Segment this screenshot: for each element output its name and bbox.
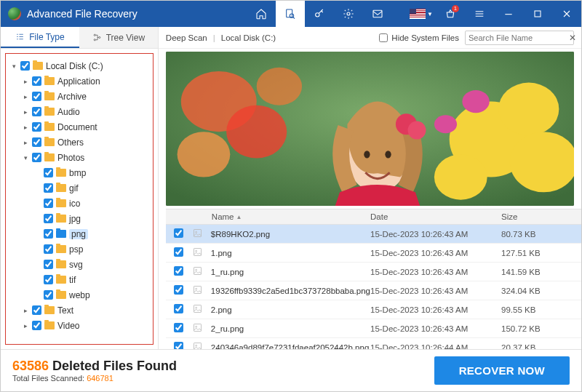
grid-body[interactable]: $R89HKO2.png15-Dec-2023 10:26:43 AM80.73… — [166, 225, 581, 349]
tree-label: Audio — [57, 107, 80, 117]
tree-checkbox[interactable] — [32, 107, 41, 116]
main-toolbar: Deep Scan | Local Disk (C:) Hide System … — [159, 27, 581, 49]
expander-icon[interactable]: ▸ — [22, 139, 29, 146]
file-size: 99.55 KB — [501, 305, 574, 314]
tree-node-audio[interactable]: ▸Audio — [10, 104, 153, 119]
file-name: 2_ru.png — [211, 324, 370, 333]
file-row[interactable]: 19326ffb9339c2a5ed1bc373728bbaba.png15-D… — [166, 281, 581, 300]
expander-icon[interactable]: ▾ — [10, 63, 17, 70]
tree-node-gif[interactable]: gif — [10, 180, 153, 196]
tree-checkbox[interactable] — [44, 275, 53, 284]
tree-checkbox[interactable] — [20, 61, 30, 71]
deleted-count: 63586 — [12, 359, 49, 373]
tree-checkbox[interactable] — [44, 183, 53, 193]
tab-tree-view[interactable]: Tree View — [79, 27, 158, 48]
tree-node-archive[interactable]: ▸Archive — [10, 89, 153, 104]
key-button[interactable] — [305, 1, 334, 27]
sidebar: File Type Tree View ▾Local Disk (C:)▸App… — [1, 27, 159, 349]
file-row[interactable]: 2.png15-Dec-2023 10:26:43 AM99.55 KB — [166, 300, 581, 319]
row-checkbox[interactable] — [174, 285, 183, 295]
home-button[interactable] — [247, 1, 276, 27]
file-row[interactable]: 240346a9d89f7e7231fdaeaf2052442b.png15-D… — [166, 338, 581, 349]
minimize-button[interactable] — [494, 1, 523, 27]
svg-point-12 — [226, 105, 287, 159]
tree-checkbox[interactable] — [44, 199, 53, 208]
tree-node-psp[interactable]: psp — [10, 241, 153, 257]
column-name[interactable]: Name▲ — [211, 209, 370, 224]
tree-node-photos[interactable]: ▾Photos — [10, 150, 153, 165]
tree-node-document[interactable]: ▸Document — [10, 119, 153, 135]
tree-label: jpg — [69, 214, 81, 224]
file-row[interactable]: 2_ru.png15-Dec-2023 10:26:43 AM150.72 KB — [166, 319, 581, 338]
tree-node-application[interactable]: ▸Application — [10, 73, 153, 89]
row-checkbox[interactable] — [174, 323, 183, 332]
tree-node-jpg[interactable]: jpg — [10, 211, 153, 226]
expander-icon[interactable]: ▸ — [22, 307, 29, 314]
hide-system-checkbox[interactable]: Hide System Files — [379, 33, 459, 42]
tree-node-webp[interactable]: webp — [10, 287, 153, 303]
settings-button[interactable] — [334, 1, 363, 27]
tree-checkbox[interactable] — [32, 122, 41, 132]
close-button[interactable] — [552, 1, 581, 27]
feedback-button[interactable] — [363, 1, 392, 27]
file-row[interactable]: $R89HKO2.png15-Dec-2023 10:26:43 AM80.73… — [166, 225, 581, 244]
tree-checkbox[interactable] — [32, 153, 41, 162]
language-button[interactable]: ▼ — [407, 1, 436, 27]
tree-checkbox[interactable] — [32, 305, 41, 315]
folder-icon — [56, 260, 66, 268]
tree-checkbox[interactable] — [32, 321, 41, 330]
tree-node-bmp[interactable]: bmp — [10, 165, 153, 180]
recover-button[interactable]: RECOVER NOW — [434, 356, 570, 385]
tree-checkbox[interactable] — [32, 76, 41, 86]
column-size[interactable]: Size — [501, 209, 574, 224]
tree-checkbox[interactable] — [32, 92, 41, 101]
row-checkbox[interactable] — [174, 228, 183, 238]
search-clear-button[interactable]: ✕ — [569, 33, 576, 43]
svg-point-6 — [94, 34, 95, 36]
tree-node-video[interactable]: ▸Video — [10, 318, 153, 333]
tree-checkbox[interactable] — [44, 260, 53, 269]
tab-file-type[interactable]: File Type — [1, 27, 79, 48]
expander-icon[interactable]: ▾ — [22, 154, 29, 161]
hide-system-input[interactable] — [379, 33, 388, 42]
tree-node-tif[interactable]: tif — [10, 272, 153, 287]
file-type-tree[interactable]: ▾Local Disk (C:)▸Application▸Archive▸Aud… — [5, 53, 154, 345]
expander-icon[interactable]: ▸ — [22, 108, 29, 116]
tree-node-others[interactable]: ▸Others — [10, 135, 153, 150]
file-date: 15-Dec-2023 10:26:43 AM — [370, 230, 501, 239]
tree-label: png — [69, 229, 88, 239]
maximize-button[interactable] — [523, 1, 552, 27]
column-date[interactable]: Date — [370, 209, 501, 224]
tree-checkbox[interactable] — [44, 244, 53, 254]
tree-checkbox[interactable] — [44, 168, 53, 177]
tree-node-ico[interactable]: ico — [10, 196, 153, 211]
file-size: 141.59 KB — [501, 268, 574, 276]
tree-node-text[interactable]: ▸Text — [10, 303, 153, 318]
notifications-button[interactable]: 1 — [436, 1, 465, 27]
row-checkbox[interactable] — [174, 266, 183, 276]
expander-icon[interactable]: ▸ — [22, 78, 29, 85]
gear-icon — [343, 8, 354, 20]
tree-node-png[interactable]: png — [10, 226, 153, 241]
list-icon — [15, 32, 25, 41]
file-row[interactable]: 1.png15-Dec-2023 10:26:43 AM127.51 KB — [166, 244, 581, 263]
row-checkbox[interactable] — [174, 304, 183, 313]
tree-node-local-disk-c-[interactable]: ▾Local Disk (C:) — [10, 58, 153, 73]
scan-results-button[interactable] — [276, 1, 305, 27]
expander-icon[interactable]: ▸ — [22, 124, 29, 131]
scan-mode-label: Deep Scan — [166, 33, 207, 42]
row-checkbox[interactable] — [174, 342, 183, 349]
tree-checkbox[interactable] — [44, 290, 53, 300]
file-row[interactable]: 1_ru.png15-Dec-2023 10:26:43 AM141.59 KB — [166, 263, 581, 281]
expander-icon[interactable]: ▸ — [22, 322, 29, 329]
expander-icon[interactable]: ▸ — [22, 93, 29, 100]
search-input[interactable] — [469, 33, 569, 42]
sidebar-tabs: File Type Tree View — [1, 27, 158, 49]
tree-checkbox[interactable] — [44, 214, 53, 223]
tree-checkbox[interactable] — [44, 229, 53, 239]
tree-node-svg[interactable]: svg — [10, 257, 153, 272]
tree-checkbox[interactable] — [32, 137, 41, 147]
row-checkbox[interactable] — [174, 247, 183, 257]
menu-button[interactable] — [465, 1, 494, 27]
search-box[interactable]: ✕ — [465, 31, 574, 45]
